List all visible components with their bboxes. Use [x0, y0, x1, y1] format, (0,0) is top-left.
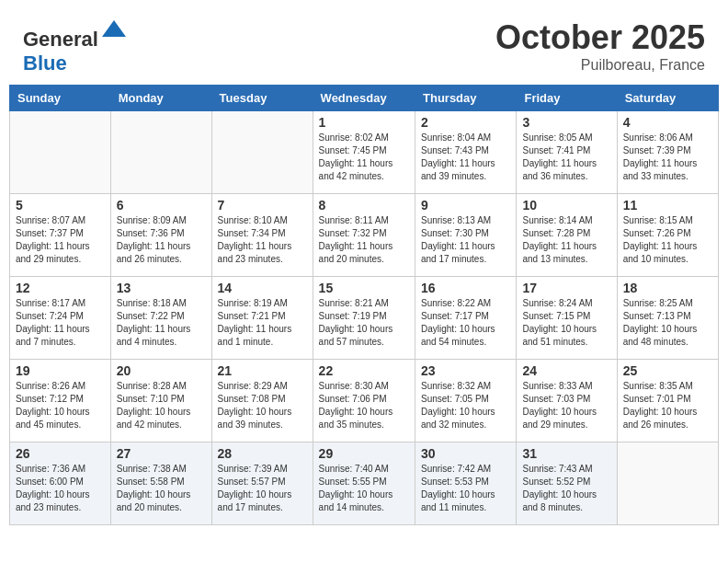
day-number: 16	[421, 281, 510, 295]
day-info: Sunrise: 7:39 AM Sunset: 5:57 PM Dayligh…	[218, 463, 307, 514]
weekday-saturday: Saturday	[617, 86, 718, 111]
weekday-header-row: SundayMondayTuesdayWednesdayThursdayFrid…	[10, 86, 719, 111]
logo: General Blue	[23, 18, 128, 75]
calendar-cell: 8Sunrise: 8:11 AM Sunset: 7:32 PM Daylig…	[313, 194, 415, 277]
calendar-cell: 17Sunrise: 8:24 AM Sunset: 7:15 PM Dayli…	[517, 277, 617, 360]
day-info: Sunrise: 8:33 AM Sunset: 7:03 PM Dayligh…	[522, 380, 610, 431]
calendar-cell: 2Sunrise: 8:04 AM Sunset: 7:43 PM Daylig…	[415, 111, 517, 194]
day-info: Sunrise: 7:42 AM Sunset: 5:53 PM Dayligh…	[421, 463, 510, 514]
day-info: Sunrise: 8:30 AM Sunset: 7:06 PM Dayligh…	[319, 380, 409, 431]
calendar-cell	[211, 111, 313, 194]
day-number: 23	[421, 363, 510, 378]
day-number: 20	[117, 363, 206, 378]
day-number: 12	[16, 281, 105, 295]
day-number: 26	[16, 446, 105, 461]
day-info: Sunrise: 8:24 AM Sunset: 7:15 PM Dayligh…	[522, 297, 610, 349]
calendar-cell: 19Sunrise: 8:26 AM Sunset: 7:12 PM Dayli…	[10, 360, 111, 442]
weekday-sunday: Sunday	[10, 86, 111, 111]
day-info: Sunrise: 7:43 AM Sunset: 5:52 PM Dayligh…	[522, 463, 610, 514]
day-info: Sunrise: 8:17 AM Sunset: 7:24 PM Dayligh…	[16, 297, 105, 349]
calendar-cell: 10Sunrise: 8:14 AM Sunset: 7:28 PM Dayli…	[517, 194, 617, 277]
calendar-cell: 9Sunrise: 8:13 AM Sunset: 7:30 PM Daylig…	[415, 194, 517, 277]
day-info: Sunrise: 8:15 AM Sunset: 7:26 PM Dayligh…	[623, 214, 712, 266]
day-info: Sunrise: 8:35 AM Sunset: 7:01 PM Dayligh…	[623, 380, 712, 431]
weekday-friday: Friday	[517, 86, 617, 111]
day-info: Sunrise: 7:38 AM Sunset: 5:58 PM Dayligh…	[117, 463, 206, 514]
calendar-week-row: 5Sunrise: 8:07 AM Sunset: 7:37 PM Daylig…	[10, 194, 719, 277]
title-block: October 2025 Puilboreau, France	[495, 18, 705, 74]
day-info: Sunrise: 8:26 AM Sunset: 7:12 PM Dayligh…	[16, 380, 105, 431]
day-number: 22	[319, 363, 409, 378]
calendar-cell	[110, 111, 211, 194]
day-number: 9	[421, 198, 510, 213]
calendar-cell: 22Sunrise: 8:30 AM Sunset: 7:06 PM Dayli…	[313, 360, 415, 442]
svg-marker-0	[102, 20, 126, 37]
calendar-cell: 27Sunrise: 7:38 AM Sunset: 5:58 PM Dayli…	[110, 442, 211, 525]
day-info: Sunrise: 8:21 AM Sunset: 7:19 PM Dayligh…	[319, 297, 409, 349]
calendar-cell: 15Sunrise: 8:21 AM Sunset: 7:19 PM Dayli…	[313, 277, 415, 360]
calendar-cell: 3Sunrise: 8:05 AM Sunset: 7:41 PM Daylig…	[517, 111, 617, 194]
calendar-cell: 21Sunrise: 8:29 AM Sunset: 7:08 PM Dayli…	[211, 360, 313, 442]
day-number: 27	[117, 446, 206, 461]
day-number: 30	[421, 446, 510, 461]
day-info: Sunrise: 8:13 AM Sunset: 7:30 PM Dayligh…	[421, 214, 510, 266]
day-info: Sunrise: 8:22 AM Sunset: 7:17 PM Dayligh…	[421, 297, 510, 349]
day-number: 15	[319, 281, 409, 295]
day-info: Sunrise: 8:19 AM Sunset: 7:21 PM Dayligh…	[218, 297, 307, 349]
logo-text: General Blue	[23, 18, 128, 75]
day-number: 1	[319, 115, 409, 130]
day-number: 8	[319, 198, 409, 213]
calendar-cell: 13Sunrise: 8:18 AM Sunset: 7:22 PM Dayli…	[110, 277, 211, 360]
calendar-cell: 16Sunrise: 8:22 AM Sunset: 7:17 PM Dayli…	[415, 277, 517, 360]
calendar-week-row: 1Sunrise: 8:02 AM Sunset: 7:45 PM Daylig…	[10, 111, 719, 194]
day-number: 10	[522, 198, 610, 213]
day-info: Sunrise: 8:11 AM Sunset: 7:32 PM Dayligh…	[319, 214, 409, 266]
location-title: Puilboreau, France	[495, 57, 705, 74]
day-number: 13	[117, 281, 206, 295]
day-number: 25	[623, 363, 712, 378]
weekday-thursday: Thursday	[415, 86, 517, 111]
page-header: General Blue October 2025 Puilboreau, Fr…	[9, 9, 719, 80]
calendar-week-row: 19Sunrise: 8:26 AM Sunset: 7:12 PM Dayli…	[10, 360, 719, 442]
day-number: 4	[623, 115, 712, 130]
day-info: Sunrise: 7:40 AM Sunset: 5:55 PM Dayligh…	[319, 463, 409, 514]
day-number: 29	[319, 446, 409, 461]
calendar-week-row: 12Sunrise: 8:17 AM Sunset: 7:24 PM Dayli…	[10, 277, 719, 360]
calendar-cell: 4Sunrise: 8:06 AM Sunset: 7:39 PM Daylig…	[617, 111, 718, 194]
day-number: 28	[218, 446, 307, 461]
day-info: Sunrise: 8:04 AM Sunset: 7:43 PM Dayligh…	[421, 132, 510, 183]
calendar-cell: 12Sunrise: 8:17 AM Sunset: 7:24 PM Dayli…	[10, 277, 111, 360]
day-number: 21	[218, 363, 307, 378]
calendar-cell: 5Sunrise: 8:07 AM Sunset: 7:37 PM Daylig…	[10, 194, 111, 277]
day-number: 2	[421, 115, 510, 130]
calendar-cell: 28Sunrise: 7:39 AM Sunset: 5:57 PM Dayli…	[211, 442, 313, 525]
calendar-cell: 24Sunrise: 8:33 AM Sunset: 7:03 PM Dayli…	[517, 360, 617, 442]
day-number: 24	[522, 363, 610, 378]
day-info: Sunrise: 8:07 AM Sunset: 7:37 PM Dayligh…	[16, 214, 105, 266]
day-info: Sunrise: 8:05 AM Sunset: 7:41 PM Dayligh…	[522, 132, 610, 183]
calendar-cell	[10, 111, 111, 194]
day-number: 18	[623, 281, 712, 295]
day-number: 5	[16, 198, 105, 213]
day-number: 11	[623, 198, 712, 213]
day-info: Sunrise: 8:02 AM Sunset: 7:45 PM Dayligh…	[319, 132, 409, 183]
day-info: Sunrise: 8:18 AM Sunset: 7:22 PM Dayligh…	[117, 297, 206, 349]
calendar-cell: 26Sunrise: 7:36 AM Sunset: 6:00 PM Dayli…	[10, 442, 111, 525]
day-info: Sunrise: 8:29 AM Sunset: 7:08 PM Dayligh…	[218, 380, 307, 431]
calendar-cell: 11Sunrise: 8:15 AM Sunset: 7:26 PM Dayli…	[617, 194, 718, 277]
calendar-week-row: 26Sunrise: 7:36 AM Sunset: 6:00 PM Dayli…	[10, 442, 719, 525]
calendar-cell: 14Sunrise: 8:19 AM Sunset: 7:21 PM Dayli…	[211, 277, 313, 360]
weekday-monday: Monday	[110, 86, 211, 111]
day-number: 19	[16, 363, 105, 378]
day-info: Sunrise: 7:36 AM Sunset: 6:00 PM Dayligh…	[16, 463, 105, 514]
calendar-cell: 6Sunrise: 8:09 AM Sunset: 7:36 PM Daylig…	[110, 194, 211, 277]
logo-general: General	[23, 28, 98, 51]
day-number: 3	[522, 115, 610, 130]
month-title: October 2025	[495, 18, 705, 57]
weekday-wednesday: Wednesday	[313, 86, 415, 111]
day-info: Sunrise: 8:32 AM Sunset: 7:05 PM Dayligh…	[421, 380, 510, 431]
calendar-cell: 31Sunrise: 7:43 AM Sunset: 5:52 PM Dayli…	[517, 442, 617, 525]
day-info: Sunrise: 8:09 AM Sunset: 7:36 PM Dayligh…	[117, 214, 206, 266]
day-info: Sunrise: 8:14 AM Sunset: 7:28 PM Dayligh…	[522, 214, 610, 266]
day-number: 7	[218, 198, 307, 213]
